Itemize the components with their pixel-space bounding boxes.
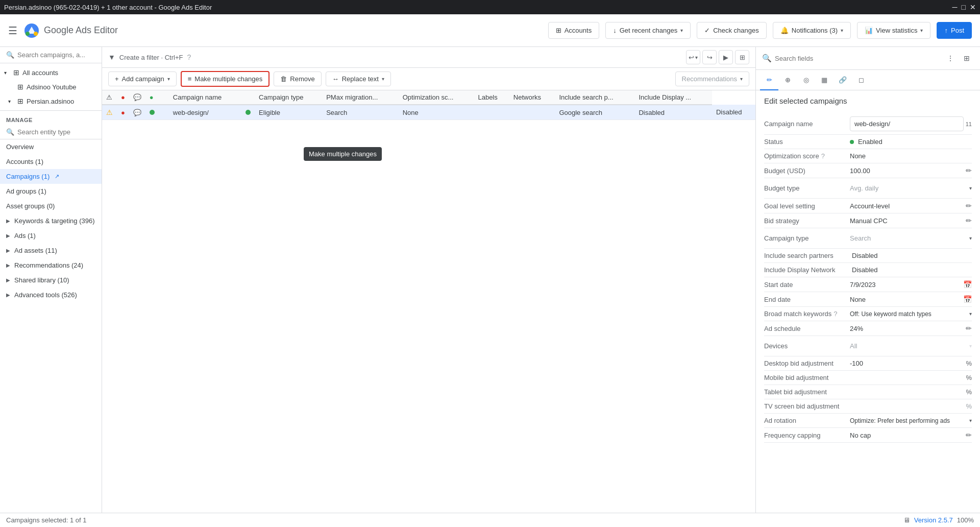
campaign-type-rp-label: Campaign type bbox=[764, 234, 846, 242]
help-icon[interactable]: ? bbox=[187, 53, 191, 61]
tab-tracking[interactable]: ◎ bbox=[797, 70, 815, 90]
col-campaign-name[interactable]: Campaign name bbox=[169, 90, 241, 105]
col-optimization[interactable]: Optimization sc... bbox=[399, 90, 474, 105]
tab-ad-schedule[interactable]: ▦ bbox=[815, 70, 834, 90]
col-labels[interactable]: Labels bbox=[474, 90, 509, 105]
sidebar-item-shared-library[interactable]: ▶ Shared library (10) bbox=[0, 273, 102, 288]
expand-panel-button[interactable]: ⊞ bbox=[960, 51, 974, 65]
warning-cell: ⚠ bbox=[102, 105, 117, 120]
remove-button[interactable]: 🗑 Remove bbox=[274, 71, 321, 86]
persian-adsinoo-item[interactable]: ▾ ⊞ Persian.adsinoo bbox=[0, 94, 102, 108]
layout-button[interactable]: ⊞ bbox=[735, 50, 749, 64]
percent-icon: % bbox=[966, 388, 972, 396]
maximize-button[interactable]: □ bbox=[962, 3, 966, 11]
accounts-button[interactable]: ⊞ Accounts bbox=[548, 22, 599, 39]
sidebar-item-asset-groups[interactable]: Asset groups (0) bbox=[0, 199, 102, 213]
col-pmax[interactable]: PMax migration... bbox=[322, 90, 399, 105]
campaign-name-label: Campaign name bbox=[764, 120, 846, 128]
check-changes-button[interactable]: ✓ Check changes bbox=[697, 22, 767, 39]
grid-icon: ⊞ bbox=[16, 83, 24, 91]
campaign-name-value: web-design/ bbox=[173, 109, 209, 116]
field-bid-strategy: Bid strategy Manual CPC ✏ bbox=[764, 213, 972, 228]
hamburger-menu[interactable]: ☰ bbox=[8, 25, 17, 37]
status-label: Status bbox=[764, 138, 846, 146]
include-display-cell: Disabled bbox=[712, 105, 755, 120]
sidebar-item-campaigns[interactable]: Campaigns (1) ↗ bbox=[0, 169, 102, 184]
accounts-icon: ⊞ bbox=[556, 27, 561, 34]
col-campaign-type[interactable]: Campaign type bbox=[255, 90, 322, 105]
redo-button[interactable]: ↪ bbox=[702, 50, 717, 64]
filter-text[interactable]: Create a filter · Ctrl+F bbox=[119, 54, 183, 61]
undo-button[interactable]: ↩ ▾ bbox=[686, 50, 700, 64]
view-statistics-button[interactable]: 📊 View statistics ▾ bbox=[857, 22, 930, 39]
edit-icon[interactable]: ✏ bbox=[966, 324, 972, 332]
campaigns-search-input[interactable] bbox=[17, 51, 102, 59]
overview-label: Overview bbox=[6, 143, 34, 151]
sidebar-item-keywords[interactable]: ▶ Keywords & targeting (396) bbox=[0, 213, 102, 228]
edit-icon[interactable]: ✏ bbox=[966, 431, 972, 439]
search-fields-input[interactable] bbox=[775, 55, 940, 62]
field-ad-schedule: Ad schedule 24% ✏ bbox=[764, 321, 972, 336]
calendar-icon[interactable]: 📅 bbox=[963, 280, 972, 289]
sidebar-item-ads[interactable]: ▶ Ads (1) bbox=[0, 228, 102, 243]
campaign-name-cell: web-design/ bbox=[169, 105, 241, 120]
all-accounts-item[interactable]: ▾ ⊞ All accounts bbox=[0, 65, 102, 80]
table-row[interactable]: ⚠ ● 💬 web-design/ Eligible bbox=[102, 105, 755, 120]
targeting-icon: ⊕ bbox=[785, 76, 791, 84]
tab-labels[interactable]: ◻ bbox=[852, 70, 870, 90]
bell-icon: 🔔 bbox=[780, 27, 789, 34]
get-recent-button[interactable]: ↓ Get recent changes ▾ bbox=[605, 22, 691, 39]
goal-level-edit-icon[interactable]: ✏ bbox=[966, 202, 972, 210]
more-options-button[interactable]: ⋮ bbox=[943, 51, 958, 65]
sidebar-item-ad-groups[interactable]: Ad groups (1) bbox=[0, 184, 102, 199]
recommendations-button[interactable]: Recommendations ▾ bbox=[675, 71, 749, 86]
redo-caret-button[interactable]: ▶ bbox=[719, 50, 733, 64]
include-search-partners-select[interactable]: Disabled Enabled bbox=[850, 252, 972, 259]
campaign-name-input[interactable] bbox=[850, 116, 964, 131]
make-changes-button[interactable]: ≡ Make multiple changes bbox=[181, 71, 270, 87]
col-networks[interactable]: Networks bbox=[509, 90, 555, 105]
post-button[interactable]: ↑ Post bbox=[937, 22, 972, 39]
error-icon: ● bbox=[121, 109, 125, 116]
help-icon[interactable]: ? bbox=[821, 152, 825, 160]
help-icon[interactable]: ? bbox=[834, 310, 837, 318]
zoom-level: 100% bbox=[957, 516, 974, 524]
minimize-button[interactable]: ─ bbox=[952, 3, 958, 11]
trash-icon: 🗑 bbox=[280, 75, 287, 83]
replace-text-button[interactable]: ↔ Replace text ▾ bbox=[326, 71, 391, 86]
col-include-display[interactable]: Include Display ... bbox=[634, 90, 712, 105]
adsinoo-youtube-item[interactable]: ⊞ Adsinoo Youtube bbox=[0, 80, 102, 94]
tablet-bid-label: Tablet bid adjustment bbox=[764, 388, 846, 396]
status-select[interactable]: Enabled Paused Removed bbox=[856, 138, 972, 146]
tab-edit[interactable]: ✏ bbox=[760, 70, 778, 90]
bid-strategy-edit-icon[interactable]: ✏ bbox=[966, 217, 972, 225]
sidebar-item-recommendations[interactable]: ▶ Recommendations (24) bbox=[0, 258, 102, 273]
title-bar-controls[interactable]: ─ □ ✕ bbox=[952, 3, 976, 11]
make-changes-tooltip: Make multiple changes bbox=[304, 147, 382, 161]
budget-edit-icon[interactable]: ✏ bbox=[966, 166, 972, 175]
include-display-value: Disabled bbox=[716, 108, 742, 116]
sidebar-item-advanced-tools[interactable]: ▶ Advanced tools (526) bbox=[0, 288, 102, 302]
bid-strategy-value: Manual CPC bbox=[850, 217, 964, 225]
tab-targeting[interactable]: ⊕ bbox=[778, 70, 797, 90]
percent-icon: % bbox=[966, 374, 972, 381]
col-include-search[interactable]: Include search p... bbox=[555, 90, 634, 105]
col-status bbox=[241, 90, 255, 105]
notifications-button[interactable]: 🔔 Notifications (3) ▾ bbox=[773, 22, 851, 39]
ad-rotation-label: Ad rotation bbox=[764, 417, 846, 424]
ad-schedule-val: 24% bbox=[850, 325, 964, 332]
calendar-icon[interactable]: 📅 bbox=[963, 295, 972, 303]
recommendations-label: Recommendations (24) bbox=[14, 261, 83, 269]
sidebar-item-accounts[interactable]: Accounts (1) bbox=[0, 154, 102, 169]
close-button[interactable]: ✕ bbox=[970, 3, 976, 11]
field-status: Status Enabled Paused Removed bbox=[764, 135, 972, 149]
tab-links[interactable]: 🔗 bbox=[834, 70, 852, 90]
entity-search-input[interactable] bbox=[17, 128, 102, 136]
undo-caret: ▾ bbox=[695, 55, 698, 60]
monitor-icon: 🖥 bbox=[903, 516, 910, 524]
sidebar-item-ad-assets[interactable]: ▶ Ad assets (11) bbox=[0, 243, 102, 258]
mobile-bid-value: % bbox=[850, 374, 972, 381]
sidebar-item-overview[interactable]: Overview bbox=[0, 139, 102, 154]
include-display-select[interactable]: Disabled Enabled bbox=[850, 266, 972, 274]
add-campaign-button[interactable]: + Add campaign ▾ bbox=[108, 71, 177, 86]
